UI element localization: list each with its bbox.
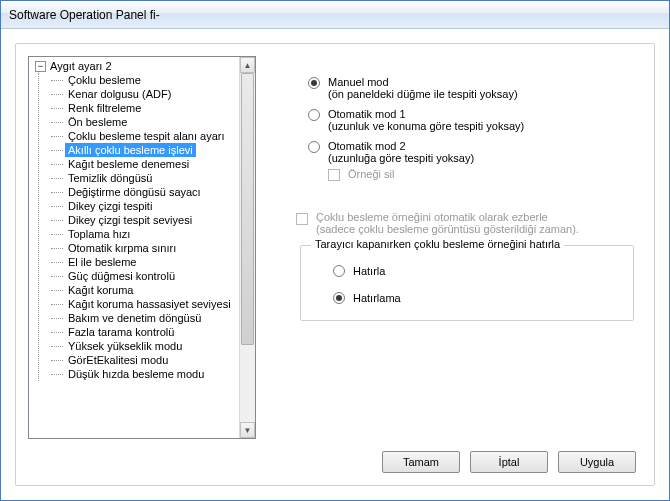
tree-item-label: Bakım ve denetim döngüsü <box>65 311 204 325</box>
tree-item-label: Kenar dolgusu (ADF) <box>65 87 174 101</box>
remember-legend: Tarayıcı kapanırken çoklu besleme örneği… <box>311 238 564 250</box>
tree-item-label: Kağıt koruma hassasiyet seviyesi <box>65 297 234 311</box>
tree-item[interactable]: Yüksek yükseklik modu <box>49 339 239 353</box>
radio-icon[interactable] <box>308 77 320 89</box>
mode-auto1-sub: (uzunluk ve konuma göre tespiti yoksay) <box>328 120 524 132</box>
collapse-icon[interactable]: − <box>35 61 46 72</box>
auto-memorize-row: Çoklu besleme örneğini otomatik olarak e… <box>280 211 642 235</box>
scroll-thumb[interactable] <box>241 73 254 345</box>
clear-sample-row: Örneği sil <box>280 168 642 181</box>
tree-scroll: − Aygıt ayarı 2 Çoklu beslemeKenar dolgu… <box>29 57 239 438</box>
tree-children: Çoklu beslemeKenar dolgusu (ADF)Renk fil… <box>38 73 239 381</box>
tree-item-label: Toplama hızı <box>65 227 133 241</box>
tree-item-label: Düşük hızda besleme modu <box>65 367 207 381</box>
tree-item[interactable]: Güç düğmesi kontrolü <box>49 269 239 283</box>
mode-manual-row[interactable]: Manuel mod (ön paneldeki düğme ile tespi… <box>280 76 642 100</box>
tree-item[interactable]: Değiştirme döngüsü sayacı <box>49 185 239 199</box>
tree-item[interactable]: Otomatik kırpma sınırı <box>49 241 239 255</box>
auto-memorize-sub: (sadece çoklu besleme görüntüsü gösteril… <box>316 223 579 235</box>
remember-yes-row[interactable]: Hatırla <box>313 260 621 281</box>
mode-auto1-row[interactable]: Otomatik mod 1 (uzunluk ve konuma göre t… <box>280 108 642 132</box>
mode-auto2-row[interactable]: Otomatik mod 2 (uzunluğa göre tespiti yo… <box>280 140 642 164</box>
tree-item-label: Çoklu besleme <box>65 73 144 87</box>
tree-item-label: Yüksek yükseklik modu <box>65 339 185 353</box>
tree-item-label: Kağıt koruma <box>65 283 136 297</box>
scroll-track[interactable] <box>240 73 255 422</box>
tree-item[interactable]: Kağıt koruma hassasiyet seviyesi <box>49 297 239 311</box>
radio-icon[interactable] <box>333 292 345 304</box>
mode-auto2-sub: (uzunluğa göre tespiti yoksay) <box>328 152 474 164</box>
tree-item[interactable]: GörEtEkalitesi modu <box>49 353 239 367</box>
tree-parent-label: Aygıt ayarı 2 <box>50 60 112 72</box>
apply-button[interactable]: Uygula <box>558 451 636 473</box>
tree-item-label: Dikey çizgi tespiti <box>65 199 155 213</box>
cancel-button[interactable]: İptal <box>470 451 548 473</box>
app-window: Software Operation Panel fi- − Aygıt aya… <box>0 0 670 501</box>
mode-auto1-label: Otomatik mod 1 <box>328 108 524 120</box>
radio-icon[interactable] <box>308 109 320 121</box>
tree-item-label: Fazla tarama kontrolü <box>65 325 177 339</box>
settings-panel: Manuel mod (ön paneldeki düğme ile tespi… <box>280 56 642 439</box>
tree-item-label: Kağıt besleme denemesi <box>65 157 192 171</box>
tree-item[interactable]: Dikey çizgi tespiti <box>49 199 239 213</box>
window-title: Software Operation Panel fi- <box>9 8 160 22</box>
remember-no-row[interactable]: Hatırlama <box>313 287 621 308</box>
tree-item[interactable]: Kağıt koruma <box>49 283 239 297</box>
client-area: − Aygıt ayarı 2 Çoklu beslemeKenar dolgu… <box>1 29 669 500</box>
mode-manual-sub: (ön paneldeki düğme ile tespiti yoksay) <box>328 88 518 100</box>
scroll-down-icon[interactable]: ▼ <box>240 422 255 438</box>
mode-auto2-label: Otomatik mod 2 <box>328 140 474 152</box>
tree-item-label: Otomatik kırpma sınırı <box>65 241 179 255</box>
tree-item[interactable]: Temizlik döngüsü <box>49 171 239 185</box>
tree-item[interactable]: Ön besleme <box>49 115 239 129</box>
mode-manual-label: Manuel mod <box>328 76 518 88</box>
tree-item-label: Renk filtreleme <box>65 101 144 115</box>
tree-item[interactable]: Kenar dolgusu (ADF) <box>49 87 239 101</box>
tree-item[interactable]: Çoklu besleme tespit alanı ayarı <box>49 129 239 143</box>
tree-item[interactable]: Renk filtreleme <box>49 101 239 115</box>
tree-item-label: GörEtEkalitesi modu <box>65 353 171 367</box>
tree-item-label: El ile besleme <box>65 255 139 269</box>
tree-item-label: Akıllı çoklu besleme işlevi <box>65 143 196 157</box>
tree-item[interactable]: Fazla tarama kontrolü <box>49 325 239 339</box>
tree-item[interactable]: Kağıt besleme denemesi <box>49 157 239 171</box>
ok-button[interactable]: Tamam <box>382 451 460 473</box>
content-area: − Aygıt ayarı 2 Çoklu beslemeKenar dolgu… <box>28 56 642 439</box>
tree-item-label: Dikey çizgi tespit seviyesi <box>65 213 195 227</box>
scroll-up-icon[interactable]: ▲ <box>240 57 255 73</box>
tree-item-label: Değiştirme döngüsü sayacı <box>65 185 204 199</box>
radio-icon[interactable] <box>308 141 320 153</box>
tree-item[interactable]: Düşük hızda besleme modu <box>49 367 239 381</box>
inner-frame: − Aygıt ayarı 2 Çoklu beslemeKenar dolgu… <box>15 43 655 486</box>
tree-item-label: Temizlik döngüsü <box>65 171 155 185</box>
checkbox-icon <box>328 169 340 181</box>
clear-sample-label: Örneği sil <box>348 168 394 180</box>
tree-item[interactable]: Toplama hızı <box>49 227 239 241</box>
tree-item-label: Çoklu besleme tespit alanı ayarı <box>65 129 228 143</box>
tree-item[interactable]: El ile besleme <box>49 255 239 269</box>
dialog-buttons: Tamam İptal Uygula <box>382 451 636 473</box>
settings-tree: − Aygıt ayarı 2 Çoklu beslemeKenar dolgu… <box>28 56 256 439</box>
tree-item-label: Güç düğmesi kontrolü <box>65 269 178 283</box>
tree-parent-device-settings-2[interactable]: − Aygıt ayarı 2 <box>33 59 239 73</box>
radio-icon[interactable] <box>333 265 345 277</box>
checkbox-icon <box>296 213 308 225</box>
titlebar[interactable]: Software Operation Panel fi- <box>1 1 669 29</box>
tree-item-label: Ön besleme <box>65 115 130 129</box>
tree-item[interactable]: Akıllı çoklu besleme işlevi <box>49 143 239 157</box>
remember-yes-label: Hatırla <box>353 265 385 277</box>
tree-item[interactable]: Bakım ve denetim döngüsü <box>49 311 239 325</box>
remember-no-label: Hatırlama <box>353 292 401 304</box>
tree-item[interactable]: Dikey çizgi tespit seviyesi <box>49 213 239 227</box>
tree-item[interactable]: Çoklu besleme <box>49 73 239 87</box>
tree-scrollbar[interactable]: ▲ ▼ <box>239 57 255 438</box>
auto-memorize-label: Çoklu besleme örneğini otomatik olarak e… <box>316 211 579 223</box>
remember-fieldset: Tarayıcı kapanırken çoklu besleme örneği… <box>300 245 634 321</box>
